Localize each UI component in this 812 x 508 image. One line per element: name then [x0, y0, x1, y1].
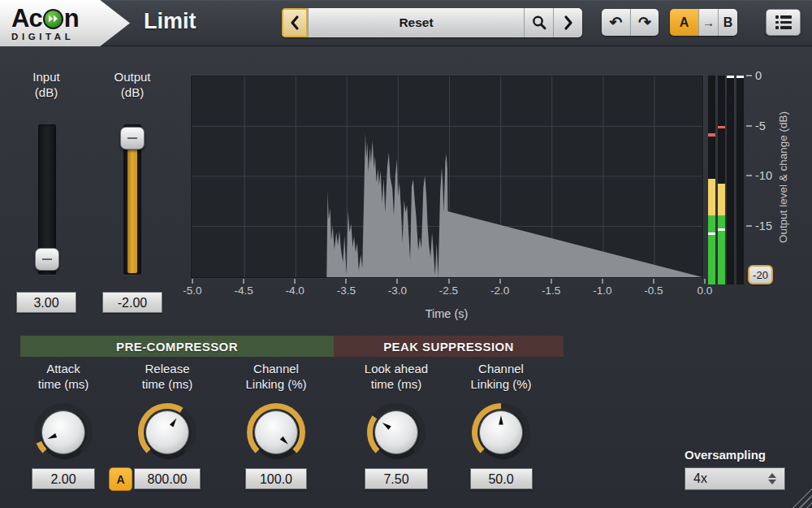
knob[interactable]	[469, 400, 533, 465]
preset-a-button[interactable]: A	[670, 9, 698, 36]
knob-value-row: 7.50	[365, 468, 428, 490]
output-slider-label: Output (dB)	[100, 69, 165, 100]
play-circle-icon	[43, 9, 63, 29]
x-tick-label: -4.0	[277, 284, 313, 297]
meter-peak-mark	[708, 232, 715, 235]
top-bar: Ac n DIGITAL Limit Reset ↶ ↷	[0, 0, 812, 46]
preset-name-field[interactable]: Reset	[308, 8, 524, 37]
x-tick-mark	[396, 279, 398, 284]
undo-redo-group: ↶ ↷	[602, 9, 659, 36]
meter-range-button[interactable]: -20	[748, 265, 773, 284]
preset-search-button[interactable]	[524, 8, 553, 37]
x-tick-mark	[499, 279, 501, 284]
knob-value-row: A 800.00	[134, 468, 201, 490]
meter-clip-mark	[718, 126, 725, 129]
menu-button[interactable]	[766, 9, 801, 36]
x-tick-mark	[243, 279, 244, 284]
x-tick-label: -4.5	[226, 284, 261, 297]
input-slider-label: Input (dB)	[14, 69, 79, 100]
level-meter	[718, 76, 725, 284]
knob[interactable]	[244, 400, 309, 465]
change-meter-mark	[736, 76, 744, 78]
x-tick-mark	[551, 279, 552, 284]
gain-change-meter	[736, 76, 744, 284]
acon-digital-logo: Ac n DIGITAL	[0, 0, 130, 46]
preset-prev-button[interactable]	[282, 8, 308, 37]
brand-text-left: Ac	[11, 6, 42, 31]
x-tick-mark	[448, 279, 450, 284]
level-meter	[708, 76, 715, 284]
x-tick-mark	[653, 279, 654, 284]
x-tick-mark	[704, 279, 706, 284]
x-tick-mark	[345, 279, 347, 284]
brand-text-right: n	[64, 6, 79, 31]
meter-green-segment	[708, 215, 715, 284]
time-axis-label: Time (s)	[374, 307, 520, 320]
x-tick-label: -0.5	[636, 284, 672, 297]
undo-button[interactable]: ↶	[602, 9, 630, 36]
level-axis-label: Output level & change (dB)	[777, 72, 793, 282]
knob[interactable]	[31, 400, 96, 465]
redo-icon: ↷	[638, 13, 651, 32]
y-tick-mark	[746, 225, 752, 227]
copy-a-to-b-button[interactable]: →	[698, 9, 718, 36]
automation-badge[interactable]: A	[109, 467, 132, 491]
change-meter-mark	[727, 76, 734, 78]
x-tick-mark	[602, 279, 603, 284]
knob-value-row: 2.00	[32, 468, 95, 490]
knob-value-row: 50.0	[470, 468, 533, 490]
brand-row: Ac n	[11, 6, 79, 31]
knob-label: Channel Linking (%)	[440, 361, 562, 392]
oversampling-dropdown[interactable]: 4x	[685, 467, 785, 490]
y-tick-label: -10	[755, 169, 772, 182]
magnifier-icon	[531, 15, 547, 31]
y-tick-label: 0	[755, 69, 762, 82]
input-value-box[interactable]: 3.00	[16, 292, 76, 313]
preset-b-button[interactable]: B	[718, 9, 737, 36]
output-value-box[interactable]: -2.00	[102, 292, 162, 313]
knob-value-row: 100.0	[245, 468, 307, 490]
plugin-title: Limit	[144, 9, 197, 34]
spinner-icon	[768, 473, 776, 484]
x-tick-mark	[192, 279, 193, 284]
meter-yellow-segment	[718, 184, 725, 215]
x-tick-label: -2.0	[482, 284, 518, 297]
y-tick-label: -15	[755, 219, 772, 232]
x-tick-label: -3.5	[328, 284, 364, 297]
knob[interactable]	[135, 400, 200, 465]
y-tick-label: -5	[755, 119, 766, 132]
list-menu-icon	[775, 15, 792, 29]
meter-yellow-segment	[708, 179, 715, 216]
undo-icon: ↶	[610, 13, 623, 32]
x-tick-label: -2.5	[431, 284, 467, 297]
x-tick-label: -1.5	[533, 284, 569, 297]
knob-label: Release time (ms)	[106, 361, 228, 392]
peak-suppression-header: PEAK SUPPRESSION	[334, 336, 564, 357]
pre-compressor-header: PRE-COMPRESSOR	[20, 336, 334, 357]
y-tick-mark	[746, 125, 752, 127]
x-tick-label: -1.0	[585, 284, 620, 297]
meter-peak-mark	[718, 228, 725, 231]
knob-value-box[interactable]: 100.0	[245, 468, 307, 489]
knob[interactable]	[364, 400, 429, 465]
knob-label: Channel Linking (%)	[215, 361, 337, 392]
gain-change-meter	[727, 76, 734, 284]
preset-bar: Reset	[282, 8, 582, 37]
x-tick-label: -3.0	[379, 284, 415, 297]
knob-label: Look ahead time (ms)	[335, 361, 457, 392]
plugin-window: Ac n DIGITAL Limit Reset ↶ ↷	[0, 0, 812, 508]
oversampling-value: 4x	[693, 471, 707, 486]
input-slider-handle[interactable]	[35, 248, 59, 271]
preset-next-button[interactable]	[553, 8, 582, 37]
output-slider-handle[interactable]	[120, 127, 145, 150]
level-graph	[191, 76, 703, 278]
knob-value-box[interactable]: 2.00	[32, 468, 95, 489]
resize-grip[interactable]	[789, 485, 812, 508]
y-tick-mark	[746, 75, 752, 76]
waveform-plot	[192, 76, 702, 277]
knob-value-box[interactable]: 50.0	[470, 468, 533, 489]
knob-value-box[interactable]: 7.50	[365, 468, 428, 489]
y-tick-mark	[746, 175, 752, 176]
redo-button[interactable]: ↷	[630, 9, 659, 36]
knob-value-box[interactable]: 800.00	[134, 468, 201, 489]
